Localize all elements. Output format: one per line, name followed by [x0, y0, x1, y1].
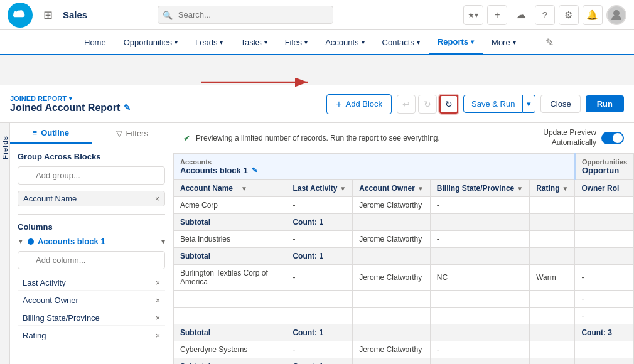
cell-opp [575, 197, 634, 214]
cell-opp: - [575, 308, 634, 324]
main-layout: Fields ≡ Outline ▽ Filters Group Across … [0, 123, 634, 364]
account-owner-filter-icon[interactable]: ▼ [417, 185, 424, 192]
favorites-button[interactable]: ★▾ [463, 5, 483, 25]
global-search: 🔍 [158, 6, 333, 24]
cell-rating: Warm [530, 265, 575, 291]
col-rating: Rating ▼ [530, 180, 575, 197]
column-account-owner: Account Owner × [18, 293, 165, 308]
table-row: Beta Industries - Jerome Clatworthy - [174, 231, 634, 248]
user-avatar[interactable] [606, 5, 626, 25]
block-dot [28, 238, 34, 245]
cell-account-owner: Jerome Clatworthy [353, 197, 431, 214]
update-preview-toggle[interactable] [601, 132, 624, 144]
table-row: Burlington Textiles Corp of America - Je… [174, 265, 634, 291]
nav-home[interactable]: Home [75, 29, 115, 55]
preview-check-icon: ✔ [183, 133, 191, 143]
block-options-chevron[interactable]: ▾ [161, 237, 165, 246]
remove-rating-button[interactable]: × [156, 331, 160, 340]
cell-account-name: Beta Industries [174, 231, 286, 248]
tab-filters[interactable]: ▽ Filters [92, 123, 173, 144]
nav-accounts[interactable]: Accounts▾ [316, 29, 373, 55]
nav-icon-group: ★▾ + ☁ ? ⚙ 🔔 [463, 5, 626, 25]
report-title-section: JOINED REPORT ▾ Joined Account Report ✎ [10, 95, 319, 114]
nav-files[interactable]: Files▾ [276, 29, 316, 55]
nav-contacts[interactable]: Contacts▾ [373, 29, 429, 55]
add-button[interactable]: + [487, 5, 507, 25]
fields-tab[interactable]: Fields [0, 123, 10, 364]
rating-filter-icon[interactable]: ▼ [562, 185, 568, 192]
billing-state-filter-icon[interactable]: ▼ [517, 185, 523, 192]
cell-opp: - [575, 265, 634, 291]
panel-tabs: ≡ Outline ▽ Filters [10, 123, 173, 144]
remove-account-owner-button[interactable]: × [156, 296, 160, 305]
joined-report-dropdown-icon[interactable]: ▾ [69, 95, 72, 102]
table-body: Acme Corp - Jerome Clatworthy - Subtotal… [174, 197, 634, 364]
add-column-input[interactable] [18, 251, 165, 269]
add-group-input[interactable] [18, 166, 165, 185]
nav-reports[interactable]: Reports▾ [429, 29, 483, 55]
nav-tasks[interactable]: Tasks▾ [232, 29, 276, 55]
run-button[interactable]: Run [586, 95, 624, 112]
columns-section: Columns ▼ Accounts block 1 ▾ 🔍 Last Acti… [18, 222, 165, 343]
remove-billing-state-button[interactable]: × [156, 314, 160, 323]
bell-icon[interactable]: 🔔 [583, 5, 603, 25]
table-header-row: Account Name ↑ ▼ Last Activity ▼ [174, 180, 634, 197]
col-account-name: Account Name ↑ ▼ [174, 180, 286, 197]
subtotal-row: Subtotal Count: 1 [174, 358, 634, 364]
grid-icon-button[interactable]: ⊞ [38, 5, 58, 25]
last-activity-filter-icon[interactable]: ▼ [340, 185, 346, 192]
cell-account-owner: Jerome Clatworthy [353, 341, 431, 358]
cell-account-owner: Jerome Clatworthy [353, 231, 431, 248]
block-collapse-chevron[interactable]: ▼ [18, 238, 24, 245]
remove-group-tag-button[interactable]: × [155, 195, 159, 203]
cell-last-activity: - [286, 197, 353, 214]
plus-icon: + [336, 99, 341, 110]
nav-leads[interactable]: Leads▾ [186, 29, 232, 55]
subtotal-count: Count: 1 [286, 214, 353, 231]
group-section-title: Group Across Blocks [18, 152, 165, 161]
cell-last-activity: - [286, 265, 353, 291]
report-name: Joined Account Report ✎ [10, 102, 319, 114]
subtotal-count: Count: 1 [286, 248, 353, 265]
cell-account-name: Burlington Textiles Corp of America [174, 265, 286, 291]
refresh-button[interactable]: ↻ [439, 95, 458, 114]
nav-opportunities[interactable]: Opportunities▾ [115, 29, 186, 55]
nav-more[interactable]: More▾ [483, 29, 525, 55]
save-run-button[interactable]: Save & Run [463, 95, 523, 113]
account-name-sort-icon[interactable]: ↑ [235, 185, 239, 192]
report-name-edit-icon[interactable]: ✎ [124, 103, 131, 112]
undo-button[interactable]: ↩ [397, 95, 416, 114]
cell-opp: - [575, 291, 634, 308]
save-dropdown-button[interactable]: ▾ [523, 95, 535, 113]
column-last-activity: Last Activity × [18, 276, 165, 291]
filter-icon: ▽ [116, 129, 122, 138]
account-name-filter-icon[interactable]: ▼ [241, 185, 247, 192]
tab-outline[interactable]: ≡ Outline [10, 123, 92, 144]
cell-last-activity: - [286, 341, 353, 358]
table-container: Accounts Accounts block 1 ✎ Opportunitie… [173, 153, 634, 364]
gear-icon[interactable]: ⚙ [559, 5, 579, 25]
close-button[interactable]: Close [540, 95, 580, 113]
nav-edit-pencil[interactable]: ✎ [540, 36, 559, 48]
help-icon[interactable]: ? [535, 5, 555, 25]
opportunities-block-header-cell: Opportunities Opportun [575, 154, 634, 180]
subtotal-row: Subtotal Count: 1 [174, 214, 634, 231]
cell-rating [530, 197, 575, 214]
add-block-button[interactable]: + Add Block [326, 94, 392, 114]
table-row: Acme Corp - Jerome Clatworthy - [174, 197, 634, 214]
table-row: Cyberdyne Systems - Jerome Clatworthy - [174, 341, 634, 358]
block-name-edit-icon[interactable]: ✎ [252, 166, 257, 174]
column-rating: Rating × [18, 328, 165, 343]
search-input[interactable] [158, 6, 333, 24]
remove-last-activity-button[interactable]: × [156, 279, 160, 287]
app-name: Sales [63, 9, 87, 20]
cell-account-name: Cyberdyne Systems [174, 341, 286, 358]
cell-billing-state: - [430, 341, 529, 358]
subtotal-label: Subtotal [174, 214, 286, 231]
salesforce-logo[interactable] [8, 3, 33, 28]
redo-button[interactable]: ↻ [418, 95, 437, 114]
col-owner-role: Owner Rol [575, 180, 634, 197]
table-row: - [174, 308, 634, 324]
add-column-wrapper: 🔍 [18, 251, 165, 269]
right-panel: ✔ Previewing a limited number of records… [173, 123, 634, 364]
